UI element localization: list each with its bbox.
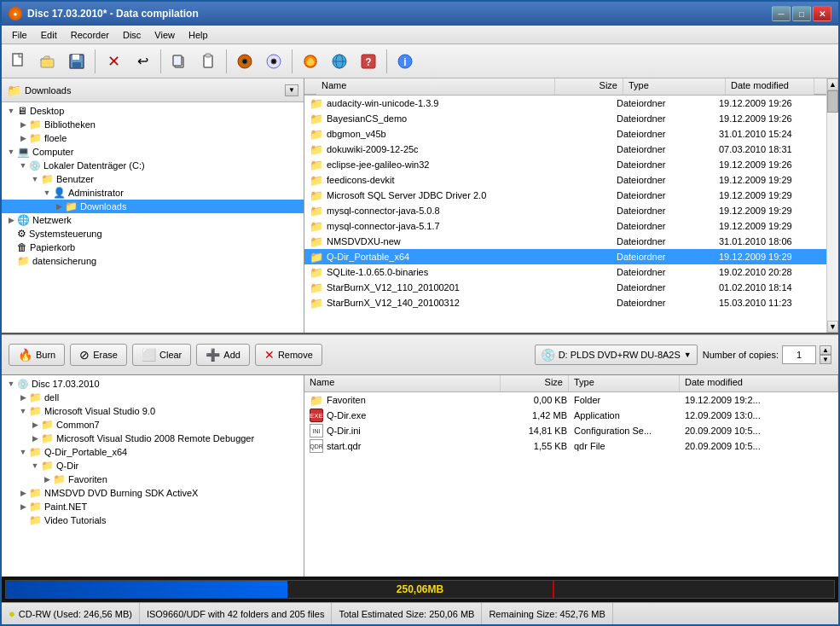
file-row[interactable]: 📁SQLite-1.0.65.0-binaries Dateiordner 19… <box>304 264 826 280</box>
file-row[interactable]: 📁dokuwiki-2009-12-25c Dateiordner 07.03.… <box>304 142 826 157</box>
expander-icon[interactable]: ▶ <box>5 214 17 226</box>
erase-button[interactable]: ⊘ Erase <box>70 344 127 366</box>
save-button[interactable] <box>63 48 90 75</box>
disc-col-size[interactable]: Size <box>501 375 569 391</box>
menu-file[interactable]: File <box>5 28 34 42</box>
tree-item-datensicherung[interactable]: ▶ 📁 datensicherung <box>2 254 304 268</box>
close-button[interactable]: ✕ <box>813 6 831 21</box>
tb-about[interactable]: i <box>391 48 419 75</box>
disc-tree-item-common7[interactable]: ▶ 📁 Common7 <box>2 418 304 432</box>
col-header-date[interactable]: Date modified <box>726 78 814 95</box>
tree-item-benutzer[interactable]: ▼ 📁 Benutzer <box>2 172 304 186</box>
file-row[interactable]: 📁feedicons-devkit Dateiordner 19.12.2009… <box>304 172 826 188</box>
undo-button[interactable]: ↩ <box>129 48 156 75</box>
file-row[interactable]: 📁mysql-connector-java-5.1.7 Dateiordner … <box>304 218 826 234</box>
scroll-thumb[interactable] <box>827 90 838 113</box>
disc-tree-item-vs9[interactable]: ▼ 📁 Microsoft Visual Studio 9.0 <box>2 404 304 418</box>
menu-disc[interactable]: Disc <box>116 28 148 42</box>
tree-item-administrator[interactable]: ▼ 👤 Administrator <box>2 186 304 200</box>
disc-tree-item-paintnet[interactable]: ▶ 📁 Paint.NET <box>2 500 304 513</box>
tree-item-drive-c[interactable]: ▼ 💿 Lokaler Datenträger (C:) <box>2 159 304 172</box>
file-row[interactable]: 📁audacity-win-unicode-1.3.9 Dateiordner … <box>304 96 826 111</box>
disc-col-type[interactable]: Type <box>569 375 680 391</box>
spin-down-button[interactable]: ▼ <box>820 355 831 364</box>
tb-burn[interactable] <box>231 48 258 75</box>
col-header-size[interactable]: Size <box>555 78 623 95</box>
file-row[interactable]: 📁dbgmon_v45b Dateiordner 31.01.2010 15:2… <box>304 126 826 142</box>
disc-tree-item-qdir[interactable]: ▼ 📁 Q-Dir <box>2 459 304 472</box>
delete-button[interactable]: ✕ <box>100 48 127 75</box>
disc-file-row[interactable]: 📁Favoriten 0,00 KB Folder 19.12.2009 19:… <box>304 392 838 408</box>
expander-icon[interactable]: ▼ <box>41 187 53 199</box>
disc-col-name[interactable]: Name <box>304 375 501 391</box>
expander-icon[interactable]: ▼ <box>5 378 17 390</box>
disc-col-date[interactable]: Date modified <box>680 375 838 391</box>
expander-icon[interactable]: ▶ <box>17 487 29 499</box>
file-row[interactable]: 📁eclipse-jee-galileo-win32 Dateiordner 1… <box>304 157 826 172</box>
disc-tree[interactable]: ▼ 💿 Disc 17.03.2010 ▶ 📁 dell ▼ 📁 Microso… <box>2 375 304 577</box>
menu-help[interactable]: Help <box>182 28 215 42</box>
disc-tree-item-video[interactable]: ▶ 📁 Video Tutorials <box>2 513 304 527</box>
tree-item-desktop[interactable]: ▼ 🖥 Desktop <box>2 104 304 118</box>
files-body[interactable]: 📁audacity-win-unicode-1.3.9 Dateiordner … <box>304 96 826 333</box>
expander-icon[interactable]: ▶ <box>29 432 41 444</box>
menu-edit[interactable]: Edit <box>34 28 64 42</box>
disc-file-row[interactable]: QDRstart.qdr 1,55 KB qdr File 20.09.2009… <box>304 438 838 454</box>
clear-button[interactable]: ⬜ Clear <box>132 344 191 366</box>
disc-file-row[interactable]: INIQ-Dir.ini 14,81 KB Configuration Se..… <box>304 423 838 438</box>
new-button[interactable] <box>5 48 32 75</box>
tb-info1[interactable] <box>297 48 324 75</box>
file-row-selected[interactable]: 📁Q-Dir_Portable_x64 Dateiordner 19.12.20… <box>304 249 826 264</box>
file-row[interactable]: 📁BayesianCS_demo Dateiordner 19.12.2009 … <box>304 111 826 126</box>
disc-tree-item-dell[interactable]: ▶ 📁 dell <box>2 391 304 404</box>
tree-item-netzwerk[interactable]: ▶ 🌐 Netzwerk <box>2 213 304 227</box>
disc-tree-item-nmsdvd[interactable]: ▶ 📁 NMSDVD DVD Burning SDK ActiveX <box>2 486 304 500</box>
expander-icon[interactable]: ▼ <box>29 460 41 472</box>
scroll-up-button[interactable]: ▲ <box>827 78 838 90</box>
disc-tree-item-qdir-portable[interactable]: ▼ 📁 Q-Dir_Portable_x64 <box>2 445 304 459</box>
copy-button[interactable] <box>165 48 193 75</box>
disc-tree-item-disc[interactable]: ▼ 💿 Disc 17.03.2010 <box>2 377 304 391</box>
tree-item-computer[interactable]: ▼ 💻 Computer <box>2 145 304 159</box>
tree-dropdown-button[interactable]: ▼ <box>285 84 298 96</box>
expander-icon[interactable]: ▶ <box>17 501 29 513</box>
burn-button[interactable]: 🔥 Burn <box>9 344 65 366</box>
tree-item-bibliotheken[interactable]: ▶ 📁 Bibliotheken <box>2 118 304 131</box>
expander-icon[interactable]: ▼ <box>17 159 29 171</box>
tree-item-downloads[interactable]: ▶ 📁 Downloads <box>2 200 304 213</box>
add-button[interactable]: ➕ Add <box>196 344 250 366</box>
tb-globe[interactable] <box>326 48 353 75</box>
disc-tree-item-debugger[interactable]: ▶ 📁 Microsoft Visual Studio 2008 Remote … <box>2 432 304 445</box>
minimize-button[interactable]: ─ <box>772 6 791 21</box>
file-row[interactable]: 📁Microsoft SQL Server JDBC Driver 2.0 Da… <box>304 188 826 203</box>
expander-icon[interactable]: ▶ <box>53 200 65 212</box>
file-row[interactable]: 📁StarBurnX_V12_110_20100201 Dateiordner … <box>304 280 826 295</box>
menu-recorder[interactable]: Recorder <box>64 28 116 42</box>
tree-item-papierkorb[interactable]: ▶ 🗑 Papierkorb <box>2 241 304 254</box>
expander-icon[interactable]: ▶ <box>41 473 53 485</box>
spin-up-button[interactable]: ▲ <box>820 345 831 355</box>
disc-tree-item-favoriten[interactable]: ▶ 📁 Favoriten <box>2 472 304 486</box>
menu-view[interactable]: View <box>148 28 182 42</box>
tree-item-floele[interactable]: ▶ 📁 floele <box>2 131 304 145</box>
maximize-button[interactable]: □ <box>792 6 811 21</box>
scroll-bar-top[interactable]: ▲ ▼ <box>826 78 838 333</box>
expander-icon[interactable]: ▶ <box>17 119 29 130</box>
expander-icon[interactable]: ▼ <box>29 173 41 185</box>
file-row[interactable]: 📁NMSDVDXU-new Dateiordner 31.01.2010 18:… <box>304 234 826 249</box>
col-header-name[interactable]: Name <box>316 78 555 95</box>
tree-body[interactable]: ▼ 🖥 Desktop ▶ 📁 Bibliotheken ▶ 📁 floele <box>2 102 304 333</box>
expander-icon[interactable]: ▼ <box>5 146 17 158</box>
paste-button[interactable] <box>194 48 222 75</box>
expander-icon[interactable]: ▶ <box>29 419 41 431</box>
disc-files-body[interactable]: 📁Favoriten 0,00 KB Folder 19.12.2009 19:… <box>304 392 838 577</box>
drive-selector[interactable]: 💿 D: PLDS DVD+RW DU-8A2S ▼ <box>535 345 698 365</box>
remove-button[interactable]: ✕ Remove <box>255 344 322 366</box>
tree-item-systemsteuerung[interactable]: ▶ ⚙ Systemsteuerung <box>2 227 304 241</box>
file-row[interactable]: 📁mysql-connector-java-5.0.8 Dateiordner … <box>304 203 826 218</box>
expander-icon[interactable]: ▼ <box>17 405 29 417</box>
expander-icon[interactable]: ▼ <box>5 105 17 117</box>
expander-icon[interactable]: ▶ <box>17 391 29 403</box>
copies-input[interactable] <box>782 345 816 364</box>
open-button[interactable] <box>34 48 61 75</box>
